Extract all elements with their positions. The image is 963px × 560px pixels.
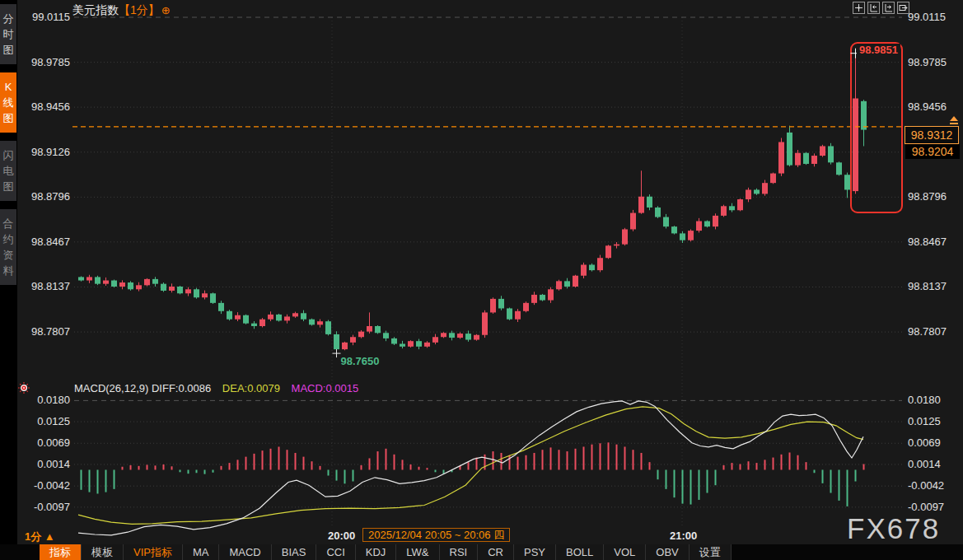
scale-compress-icon[interactable] xyxy=(867,2,880,14)
candle xyxy=(284,316,290,320)
macd-params: MACD(26,12,9) xyxy=(74,382,148,394)
macd-dea-value: DEA:0.0079 xyxy=(222,382,280,394)
candle xyxy=(152,279,158,284)
candle xyxy=(836,162,842,175)
candle xyxy=(523,303,529,311)
scale-expand-icon[interactable] xyxy=(882,2,895,14)
macd-axis-label: 0.0014 xyxy=(908,458,941,470)
toolbar-button[interactable]: KDJ xyxy=(356,544,397,560)
candle xyxy=(746,189,751,199)
candle xyxy=(128,282,133,289)
candlestick-series xyxy=(78,54,867,353)
candle xyxy=(737,199,743,210)
candle xyxy=(680,233,685,240)
macd-diff-value: DIFF:0.0086 xyxy=(152,382,211,394)
interval-tag: 【1分】 xyxy=(119,3,160,16)
toolbar-button[interactable]: 模板 xyxy=(82,544,124,560)
candle xyxy=(95,277,101,283)
toolbar-button[interactable]: OBV xyxy=(646,544,689,560)
candle xyxy=(334,334,339,349)
sidebar-item-contract-info[interactable]: 合约资料 xyxy=(0,209,16,285)
selected-range-label: 2025/12/04 20:05 ~ 20:06 四 xyxy=(362,528,510,542)
candle xyxy=(350,337,356,343)
candle xyxy=(78,277,84,280)
candle xyxy=(704,222,710,227)
session-low-label: 98.7650 xyxy=(341,355,380,367)
candle xyxy=(375,326,381,333)
candle xyxy=(251,324,257,326)
candle xyxy=(210,293,216,303)
toolbar-button[interactable]: CR xyxy=(478,544,514,560)
candle xyxy=(482,312,488,334)
candle xyxy=(218,303,224,311)
candle xyxy=(811,156,817,164)
candle xyxy=(86,277,92,280)
sidebar-item-candlestick-chart[interactable]: K线图 xyxy=(0,72,16,133)
candle xyxy=(597,258,603,270)
chart-type-sidebar: 分时图 K线图 闪电图 合约资料 xyxy=(0,0,17,560)
toolbar-button[interactable]: BIAS xyxy=(272,544,317,560)
candle xyxy=(400,344,405,347)
sidebar-item-lightning-chart[interactable]: 闪电图 xyxy=(0,141,16,201)
toolbar-button[interactable]: MA xyxy=(183,544,220,560)
toolbar-button[interactable]: CCI xyxy=(316,544,355,560)
candle xyxy=(498,299,504,309)
candle xyxy=(367,326,372,332)
candle xyxy=(457,334,463,338)
candle xyxy=(136,285,142,289)
candle xyxy=(671,226,677,233)
candle xyxy=(853,99,858,192)
indicator-anchor-icon xyxy=(17,381,30,394)
macd-axis-label: 0.0069 xyxy=(908,436,941,449)
candle xyxy=(696,222,702,231)
candle xyxy=(358,332,364,338)
candle xyxy=(235,315,241,320)
toolbar-button[interactable]: 设置 xyxy=(690,544,732,560)
candle xyxy=(227,311,232,320)
crosshair-tool-icon[interactable] xyxy=(853,2,865,14)
toolbar-button[interactable]: VOL xyxy=(604,544,646,560)
candle xyxy=(647,197,652,208)
selection-box xyxy=(851,43,902,212)
macd-axis-label: -0.0097 xyxy=(908,501,944,513)
candle xyxy=(729,206,735,210)
candle xyxy=(589,264,595,270)
pan-latest-icon[interactable] xyxy=(897,2,909,14)
expand-icon[interactable]: ⊕ xyxy=(161,4,171,16)
candle xyxy=(416,341,422,347)
toolbar-button[interactable]: BOLL xyxy=(556,544,604,560)
candle xyxy=(803,153,809,164)
sidebar-item-timeline-chart[interactable]: 分时图 xyxy=(0,4,16,64)
candle xyxy=(177,287,183,293)
macd-histogram xyxy=(82,442,864,506)
candle xyxy=(408,341,414,347)
candle xyxy=(828,146,834,162)
candle xyxy=(383,333,389,338)
candle xyxy=(202,293,208,297)
toolbar-button[interactable]: MACD xyxy=(219,544,271,560)
toolbar-button[interactable]: PSY xyxy=(514,544,556,560)
candle xyxy=(638,197,644,213)
candle xyxy=(301,313,306,319)
scroll-to-latest-icon[interactable] xyxy=(948,116,960,126)
y-axis-label: 98.9456 xyxy=(908,100,947,113)
toolbar-button[interactable]: VIP指标 xyxy=(124,544,183,560)
dea-line xyxy=(78,407,863,525)
y-axis-label: 98.8467 xyxy=(908,236,947,248)
toolbar-button[interactable]: LW& xyxy=(396,544,439,560)
candle xyxy=(317,321,323,324)
candle xyxy=(111,281,117,287)
candle xyxy=(556,281,562,289)
timeframe-selector[interactable]: 1分 ▲ xyxy=(25,530,55,544)
chart-title: 美元指数【1分】⊕ xyxy=(72,3,171,18)
candle xyxy=(564,281,570,287)
prev-close-price-tag: 98.9204 xyxy=(905,144,960,159)
selection-high-price-tag: 98.9851 xyxy=(857,44,900,56)
candle xyxy=(795,153,801,166)
up-triangle-icon xyxy=(950,116,958,121)
macd-axis-label: 0.0180 xyxy=(908,394,941,406)
macd-macd-value: MACD:0.0015 xyxy=(292,382,359,394)
toolbar-button[interactable]: 指标 xyxy=(40,544,82,560)
toolbar-button[interactable]: RSI xyxy=(440,544,479,560)
chart-canvas[interactable] xyxy=(0,0,963,545)
